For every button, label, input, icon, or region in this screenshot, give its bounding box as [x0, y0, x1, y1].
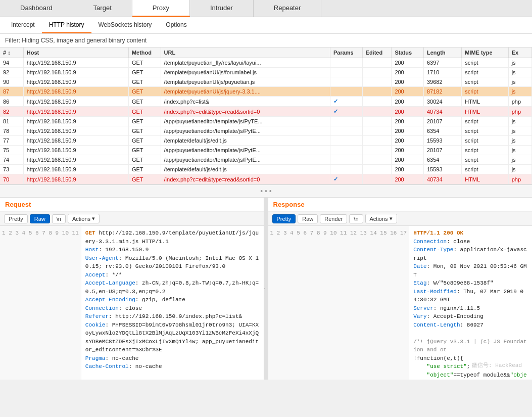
table-row[interactable]: 81http://192.168.150.9GET/app/puyuetiane… — [0, 117, 532, 126]
nav-repeater[interactable]: Repeater — [254, 0, 321, 17]
table-row[interactable]: 94http://192.168.150.9GET/template/puyue… — [0, 58, 532, 68]
col-url[interactable]: URL — [161, 48, 330, 58]
response-line-numbers: 1 2 3 4 5 6 7 8 9 10 11 12 13 14 15 16 1… — [268, 226, 410, 380]
request-toolbar: Pretty Raw \n Actions ▾ — [0, 212, 264, 226]
response-code-content[interactable]: HTTP/1.1 200 OK Connection: close Conten… — [409, 226, 532, 380]
nav-intruder[interactable]: Intruder — [190, 0, 254, 17]
table-row[interactable]: 78http://192.168.150.9GET/app/puyuetiane… — [0, 126, 532, 136]
http-table-container[interactable]: # ↕ Host Method URL Params Edited Status… — [0, 48, 532, 185]
response-code-area[interactable]: 1 2 3 4 5 6 7 8 9 10 11 12 13 14 15 16 1… — [268, 226, 533, 380]
panel-divider: • • • — [0, 185, 532, 198]
col-mime[interactable]: MIME type — [462, 48, 509, 58]
request-code-area[interactable]: 1 2 3 4 5 6 7 8 9 10 11 GET http://192.1… — [0, 226, 264, 380]
response-panel-title: Response — [268, 198, 533, 212]
col-method[interactable]: Method — [128, 48, 161, 58]
table-row[interactable]: 73http://192.168.150.9GET/template/defau… — [0, 165, 532, 174]
col-length[interactable]: Length — [423, 48, 461, 58]
sub-nav: Intercept HTTP history WebSockets histor… — [0, 17, 532, 34]
sub-http-history[interactable]: HTTP history — [42, 17, 91, 33]
table-row[interactable]: 87http://192.168.150.9GET/template/puyue… — [0, 87, 532, 97]
bottom-panels: Request Pretty Raw \n Actions ▾ 1 2 3 4 … — [0, 198, 532, 380]
col-host[interactable]: Host — [23, 48, 128, 58]
request-actions-label: Actions — [72, 216, 90, 222]
sub-websockets[interactable]: WebSockets history — [91, 17, 159, 33]
table-row[interactable]: 86http://192.168.150.9GET/index.php?c=li… — [0, 97, 532, 107]
top-nav: Dashboard Target Proxy Intruder Repeater — [0, 0, 532, 17]
request-actions-btn[interactable]: Actions ▾ — [68, 214, 100, 223]
response-toolbar: Pretty Raw Render \n Actions ▾ — [268, 212, 533, 226]
sub-options[interactable]: Options — [159, 17, 194, 33]
table-row[interactable]: 77http://192.168.150.9GET/template/defau… — [0, 136, 532, 146]
request-raw-btn[interactable]: Raw — [30, 214, 50, 223]
table-row[interactable]: 92http://192.168.150.9GET/template/puyue… — [0, 68, 532, 77]
table-row[interactable]: 90http://192.168.150.9GET/template/puyue… — [0, 77, 532, 87]
request-code-content[interactable]: GET http://192.168.150.9/template/puyuet… — [81, 226, 264, 380]
col-edited[interactable]: Edited — [362, 48, 392, 58]
col-status[interactable]: Status — [392, 48, 424, 58]
table-row[interactable]: 70http://192.168.150.9GET/index.php?c=ed… — [0, 174, 532, 184]
response-panel: Response Pretty Raw Render \n Actions ▾ … — [268, 198, 533, 380]
request-panel-title: Request — [0, 198, 264, 212]
table-row[interactable]: 82http://192.168.150.9GET/index.php?c=ed… — [0, 107, 532, 117]
response-actions-label: Actions — [370, 216, 388, 222]
request-panel: Request Pretty Raw \n Actions ▾ 1 2 3 4 … — [0, 198, 264, 380]
panel-splitter[interactable]: ⋮ — [264, 198, 268, 380]
request-ln-btn[interactable]: \n — [52, 214, 66, 223]
filter-bar: Filter: Hiding CSS, image and general bi… — [0, 34, 532, 48]
sub-intercept[interactable]: Intercept — [4, 17, 42, 33]
response-actions-btn[interactable]: Actions ▾ — [365, 214, 397, 223]
http-history-table: # ↕ Host Method URL Params Edited Status… — [0, 48, 532, 184]
request-pretty-btn[interactable]: Pretty — [4, 214, 28, 223]
nav-dashboard[interactable]: Dashboard — [0, 0, 73, 17]
response-actions-icon: ▾ — [390, 215, 393, 222]
nav-proxy[interactable]: Proxy — [132, 0, 190, 17]
col-ext[interactable]: Ex — [508, 48, 531, 58]
col-num[interactable]: # ↕ — [0, 48, 23, 58]
response-pretty-btn[interactable]: Pretty — [272, 214, 296, 223]
response-ln-btn[interactable]: \n — [349, 214, 363, 223]
response-raw-btn[interactable]: Raw — [298, 214, 318, 223]
col-params[interactable]: Params — [330, 48, 362, 58]
table-row[interactable]: 75http://192.168.150.9GET/app/puyuetiane… — [0, 146, 532, 155]
request-line-numbers: 1 2 3 4 5 6 7 8 9 10 11 — [0, 226, 81, 380]
table-row[interactable]: 74http://192.168.150.9GET/app/puyuetiane… — [0, 155, 532, 165]
response-render-btn[interactable]: Render — [320, 214, 347, 223]
nav-target[interactable]: Target — [73, 0, 132, 17]
request-actions-icon: ▾ — [92, 215, 95, 222]
